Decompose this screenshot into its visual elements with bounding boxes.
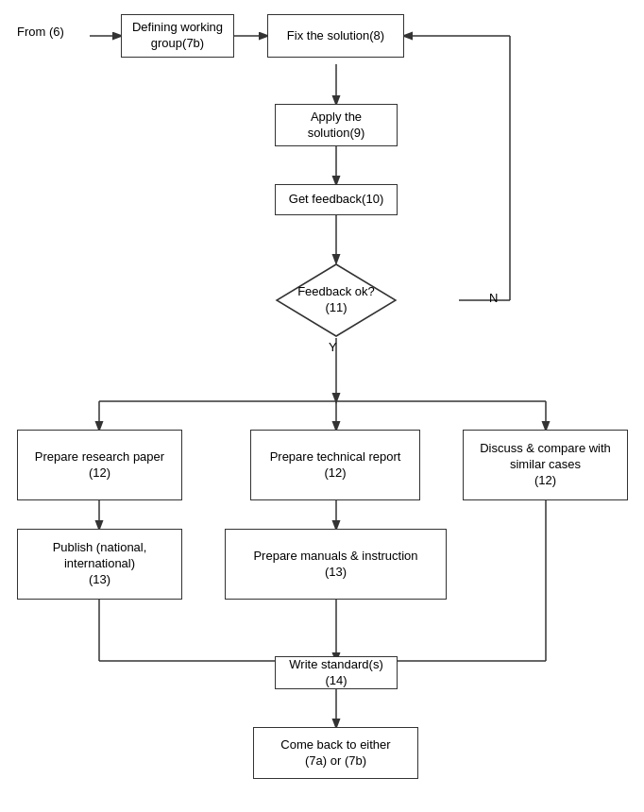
come-back-box: Come back to either(7a) or (7b) — [253, 727, 418, 779]
from-label: From (6) — [17, 25, 64, 39]
get-feedback-box: Get feedback(10) — [275, 184, 398, 215]
defining-group-label: Defining working group(7b) — [127, 20, 228, 52]
write-standard-label: Write standard(s)(14) — [289, 657, 382, 689]
manuals-label: Prepare manuals & instruction(13) — [253, 549, 417, 581]
technical-report-label: Prepare technical report(12) — [270, 449, 401, 482]
y-label: Y — [329, 340, 337, 354]
feedback-ok-label: Feedback ok?(11) — [275, 262, 398, 338]
discuss-compare-label: Discuss & compare withsimilar cases(12) — [480, 441, 611, 489]
fix-solution-box: Fix the solution(8) — [267, 14, 404, 58]
defining-group-box: Defining working group(7b) — [121, 14, 234, 58]
get-feedback-label: Get feedback(10) — [289, 192, 383, 208]
discuss-compare-box: Discuss & compare withsimilar cases(12) — [463, 430, 628, 500]
write-standard-box: Write standard(s)(14) — [275, 656, 398, 689]
technical-report-box: Prepare technical report(12) — [250, 430, 420, 500]
flowchart-diagram: From (6) Defining working group(7b) Fix … — [0, 0, 644, 812]
research-paper-box: Prepare research paper(12) — [17, 430, 182, 500]
research-paper-label: Prepare research paper(12) — [35, 449, 164, 482]
publish-box: Publish (national,international)(13) — [17, 529, 182, 600]
apply-solution-box: Apply thesolution(9) — [275, 104, 398, 146]
publish-label: Publish (national,international)(13) — [53, 540, 147, 588]
apply-solution-label: Apply thesolution(9) — [308, 110, 365, 142]
manuals-box: Prepare manuals & instruction(13) — [225, 529, 447, 600]
come-back-label: Come back to either(7a) or (7b) — [280, 737, 390, 770]
fix-solution-label: Fix the solution(8) — [287, 28, 384, 44]
n-label: N — [489, 291, 498, 305]
